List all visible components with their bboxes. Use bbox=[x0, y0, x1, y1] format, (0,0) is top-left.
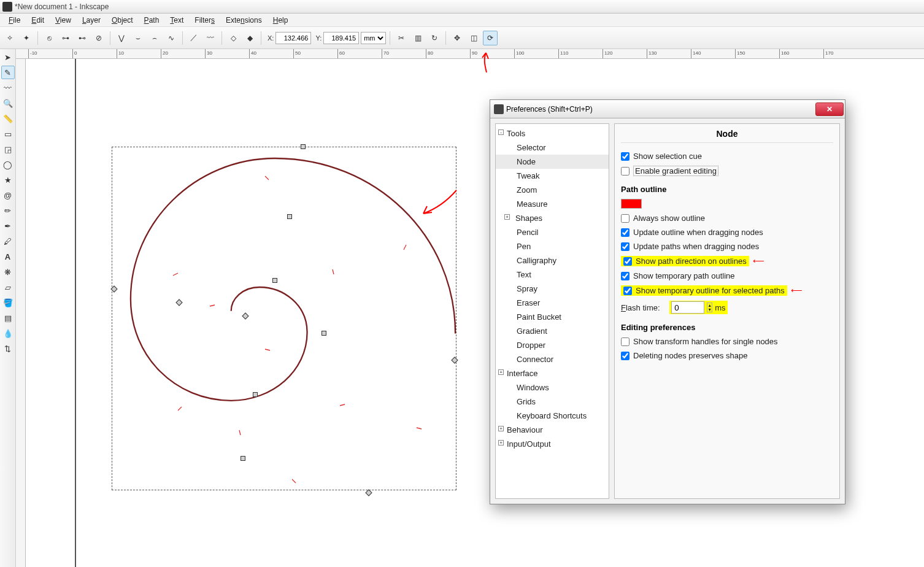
enable-gradient-editing-checkbox[interactable] bbox=[621, 167, 629, 176]
pref-tree-item[interactable]: Calligraphy bbox=[496, 253, 609, 268]
measure-tool-icon[interactable]: 📏 bbox=[1, 112, 15, 125]
pref-tree-item[interactable]: Pencil bbox=[496, 225, 609, 239]
node-handle[interactable] bbox=[253, 392, 258, 397]
node-smooth-icon[interactable]: ⌣ bbox=[131, 31, 145, 45]
gradient-tool-icon[interactable]: ▤ bbox=[1, 311, 15, 325]
segment-line-icon[interactable]: ／ bbox=[187, 31, 201, 45]
show-selection-cue-checkbox[interactable] bbox=[621, 152, 629, 161]
paint-bucket-tool-icon[interactable]: 🪣 bbox=[1, 296, 15, 309]
spray-tool-icon[interactable]: ❋ bbox=[1, 265, 15, 279]
node-auto-icon[interactable]: ∿ bbox=[164, 31, 179, 45]
object-to-path-icon[interactable]: ◇ bbox=[226, 31, 241, 45]
pref-tree-item[interactable]: Node bbox=[496, 155, 609, 169]
connector-tool-icon[interactable]: ⇅ bbox=[1, 342, 15, 355]
close-button[interactable]: ✕ bbox=[815, 102, 844, 116]
flash-time-input[interactable] bbox=[671, 301, 704, 314]
menu-object[interactable]: Object bbox=[107, 15, 138, 26]
pref-tree-item[interactable]: Zoom bbox=[496, 183, 609, 197]
join-nodes-icon[interactable]: ⊶ bbox=[58, 31, 73, 45]
menu-edit[interactable]: Edit bbox=[26, 15, 49, 26]
delete-node-icon[interactable]: ✦ bbox=[19, 31, 34, 45]
menu-layer[interactable]: Layer bbox=[77, 15, 106, 26]
x-input[interactable] bbox=[275, 32, 311, 44]
next-path-effect-icon[interactable]: ↻ bbox=[427, 31, 442, 45]
tweak-tool-icon[interactable]: 〰 bbox=[1, 81, 15, 94]
node-cusp-icon[interactable]: ⋁ bbox=[114, 31, 129, 45]
flash-spinner-up[interactable]: ▲ bbox=[707, 303, 712, 307]
pref-tree-item[interactable]: +Interface bbox=[496, 366, 609, 380]
box3d-tool-icon[interactable]: ◲ bbox=[1, 142, 15, 156]
menu-help[interactable]: Help bbox=[268, 15, 293, 26]
flash-spinner-down[interactable]: ▼ bbox=[707, 307, 712, 312]
node-handle[interactable] bbox=[301, 144, 306, 149]
pref-tree-item[interactable]: Text bbox=[496, 268, 609, 282]
pref-tree-item[interactable]: Connector bbox=[496, 352, 609, 366]
pref-tree-item[interactable]: Selector bbox=[496, 141, 609, 155]
update-paths-dragging-checkbox[interactable] bbox=[621, 242, 629, 251]
menu-text[interactable]: Text bbox=[165, 15, 188, 26]
pref-tree-item[interactable]: Spray bbox=[496, 282, 609, 296]
calligraphy-tool-icon[interactable]: 🖊 bbox=[1, 234, 15, 248]
delete-segment-icon[interactable]: ⊘ bbox=[91, 31, 106, 45]
update-outline-dragging-checkbox[interactable] bbox=[621, 228, 629, 237]
show-path-direction-checkbox[interactable] bbox=[623, 257, 632, 266]
unit-select[interactable]: mm bbox=[361, 32, 386, 44]
spiral-path[interactable] bbox=[112, 147, 456, 496]
node-handle[interactable] bbox=[241, 456, 245, 461]
menu-path[interactable]: Path bbox=[139, 15, 164, 26]
pref-tree-item[interactable]: +Input/Output bbox=[496, 437, 609, 451]
node-handle[interactable] bbox=[272, 278, 277, 283]
pref-tree-item[interactable]: Paint Bucket bbox=[496, 310, 609, 324]
node-handle[interactable] bbox=[287, 214, 292, 219]
dialog-titlebar[interactable]: Preferences (Shift+Ctrl+P) ✕ bbox=[490, 100, 845, 118]
menu-file[interactable]: File bbox=[4, 15, 25, 26]
pref-tree-item[interactable]: Keyboard Shortcuts bbox=[496, 409, 609, 423]
pref-tree-item[interactable]: Eraser bbox=[496, 296, 609, 310]
tree-expand-icon[interactable]: - bbox=[498, 129, 504, 135]
pref-tree-item[interactable]: Pen bbox=[496, 239, 609, 253]
dropper-tool-icon[interactable]: 💧 bbox=[1, 326, 15, 340]
show-path-direction-toggle-icon[interactable]: ⟳ bbox=[483, 31, 498, 45]
node-symmetric-icon[interactable]: ⌢ bbox=[147, 31, 162, 45]
pref-tree-item[interactable]: Dropper bbox=[496, 338, 609, 352]
show-outline-icon[interactable]: ◫ bbox=[466, 31, 481, 45]
pref-tree-item[interactable]: Windows bbox=[496, 380, 609, 395]
pref-tree-item[interactable]: Measure bbox=[496, 197, 609, 211]
pencil-tool-icon[interactable]: ✏ bbox=[1, 204, 15, 217]
break-path-icon[interactable]: ⎋ bbox=[42, 31, 56, 45]
edit-clip-icon[interactable]: ✂ bbox=[394, 31, 409, 45]
menu-extensions[interactable]: Extensions bbox=[221, 15, 267, 26]
pref-tree-item[interactable]: Gradient bbox=[496, 324, 609, 338]
pen-tool-icon[interactable]: ✒ bbox=[1, 219, 15, 233]
show-temp-outline-checkbox[interactable] bbox=[621, 272, 629, 280]
edit-mask-icon[interactable]: ▥ bbox=[410, 31, 425, 45]
tree-expand-icon[interactable]: + bbox=[498, 426, 504, 431]
tree-expand-icon[interactable]: + bbox=[498, 369, 504, 375]
star-tool-icon[interactable]: ★ bbox=[1, 173, 15, 187]
tree-expand-icon[interactable]: + bbox=[504, 214, 510, 220]
always-show-outline-checkbox[interactable] bbox=[621, 214, 629, 223]
join-segment-icon[interactable]: ⊷ bbox=[75, 31, 90, 45]
deleting-preserves-checkbox[interactable] bbox=[621, 352, 629, 360]
zoom-tool-icon[interactable]: 🔍 bbox=[1, 96, 15, 110]
ellipse-tool-icon[interactable]: ◯ bbox=[1, 158, 15, 171]
selector-tool-icon[interactable]: ➤ bbox=[1, 50, 15, 64]
show-temp-outline-selected-checkbox[interactable] bbox=[623, 287, 632, 295]
text-tool-icon[interactable]: A bbox=[1, 250, 15, 263]
pref-tree-item[interactable]: Tweak bbox=[496, 169, 609, 183]
node-tool-icon[interactable]: ✎ bbox=[1, 66, 15, 79]
show-transform-handles-checkbox[interactable] bbox=[621, 338, 629, 346]
tree-expand-icon[interactable]: + bbox=[498, 440, 504, 446]
segment-curve-icon[interactable]: 〰 bbox=[203, 31, 218, 45]
menu-view[interactable]: View bbox=[50, 15, 76, 26]
outline-color-swatch[interactable] bbox=[621, 199, 642, 209]
insert-node-icon[interactable]: ✧ bbox=[2, 31, 17, 45]
show-handles-icon[interactable]: ✥ bbox=[450, 31, 464, 45]
rectangle-tool-icon[interactable]: ▭ bbox=[1, 127, 15, 141]
eraser-tool-icon[interactable]: ▱ bbox=[1, 280, 15, 294]
spiral-tool-icon[interactable]: @ bbox=[1, 188, 15, 202]
pref-tree-item[interactable]: +Behaviour bbox=[496, 423, 609, 437]
node-handle[interactable] bbox=[321, 331, 326, 336]
pref-tree-item[interactable]: +Shapes bbox=[496, 211, 609, 225]
pref-tree-item[interactable]: Grids bbox=[496, 395, 609, 409]
